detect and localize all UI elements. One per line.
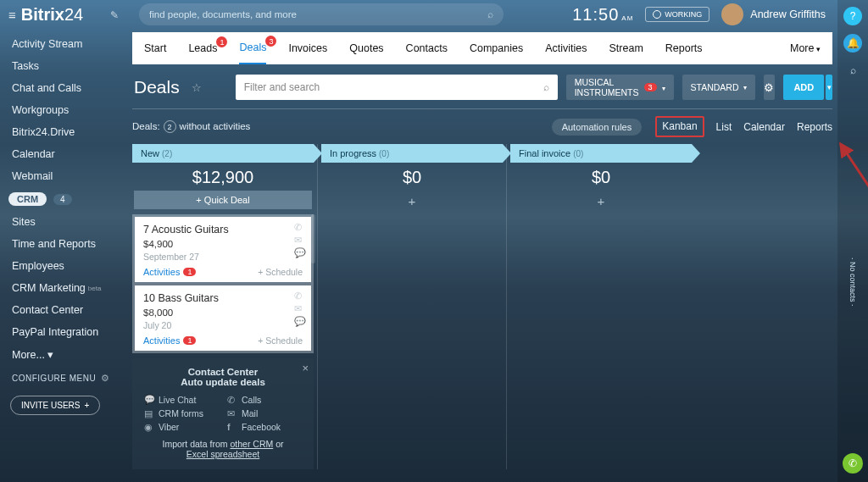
tab-more[interactable]: More [790,33,821,64]
standard-selector[interactable]: STANDARD▾ [682,75,755,100]
sidebar-item-employees[interactable]: Employees [0,255,127,277]
tab-deals[interactable]: Deals3 [239,32,266,64]
tab-leads[interactable]: Leads1 [188,33,217,64]
view-tabs: KanbanListCalendarReports [655,116,832,137]
kanban-column-new: New(2)$12,900+ Quick Deal✆✉💬7 Acoustic G… [132,144,314,469]
search-icon: ⌕ [487,8,493,20]
column-separator [506,144,507,469]
sidebar-item-time-and-reports[interactable]: Time and Reports [0,233,127,255]
user-menu[interactable]: Andrew Griffiths [721,3,826,25]
automation-rules-button[interactable]: Automation rules [552,119,643,136]
promo-crmforms[interactable]: ▤CRM forms [144,408,219,418]
configure-menu[interactable]: CONFIGURE MENU⚙ [0,366,127,391]
card-amount: $4,900 [143,239,303,249]
sidebar-item-crm[interactable]: CRM4 [0,187,127,211]
working-status-button[interactable]: WORKING [645,7,709,22]
mail-icon[interactable]: ✉ [294,303,306,314]
tab-activities[interactable]: Activities [545,33,587,64]
promo-subtitle: Auto update deals [139,377,307,387]
sidebar-item-chat-and-calls[interactable]: Chat and Calls [0,77,127,99]
promo-facebook[interactable]: fFacebook [227,422,302,432]
filter-search[interactable]: Filter and search ⌕ [236,75,558,100]
promo-calls[interactable]: ✆Calls [227,394,302,405]
deal-card[interactable]: ✆✉💬7 Acoustic Guitars$4,900September 27A… [135,217,311,282]
call-button[interactable]: ✆ [843,453,863,474]
stage-header[interactable]: In progress(0) [321,144,503,163]
sidebar-item-calendar[interactable]: Calendar [0,143,127,165]
user-name: Andrew Griffiths [750,8,826,20]
tab-companies[interactable]: Companies [470,33,523,64]
stage-header[interactable]: New(2) [132,144,314,163]
search-icon: ⌕ [543,81,549,93]
tab-invoices[interactable]: Invoices [288,33,327,64]
stage-header[interactable]: Final invoice(0) [510,144,692,163]
kanban-column-in-progress: In progress(0)$0+ [321,144,503,212]
sidebar-item-tasks[interactable]: Tasks [0,55,127,77]
card-list: ✆✉💬7 Acoustic Guitars$4,900September 27A… [132,214,314,353]
sidebar-item-activity-stream[interactable]: Activity Stream [0,33,127,55]
sidebar-item-workgroups[interactable]: Workgroups [0,99,127,121]
sidebar-item-webmail[interactable]: Webmail [0,165,127,187]
right-rail: ? 🔔 ⌕ · No contacts · ✆ [837,0,868,482]
tab-reports[interactable]: Reports [665,33,703,64]
kanban-column-final-invoice: Final invoice(0)$0+ [510,144,692,212]
promo-livechat[interactable]: 💬Live Chat [144,394,219,405]
phone-icon[interactable]: ✆ [294,291,306,302]
sidebar-item-more-[interactable]: More... ▾ [0,343,127,366]
contact-center-promo: ×Contact CenterAuto update deals💬Live Ch… [132,358,314,469]
mail-icon[interactable]: ✉ [294,235,306,246]
sidebar-item-bitrix24-drive[interactable]: Bitrix24.Drive [0,121,127,143]
promo-mail[interactable]: ✉Mail [227,408,302,418]
view-list[interactable]: List [716,121,732,133]
chat-icon[interactable]: 💬 [294,316,306,327]
page-title: Deals [132,77,180,97]
star-icon[interactable]: ☆ [192,81,202,94]
tab-quotes[interactable]: Quotes [349,33,383,64]
add-button[interactable]: ADD [783,75,824,100]
deal-card[interactable]: ✆✉💬10 Bass Guitars$8,000July 20Activitie… [135,285,311,351]
sidebar-item-paypal-integration[interactable]: PayPal Integration [0,321,127,343]
card-activities[interactable]: Activities 1 [143,335,196,346]
hamburger-icon[interactable]: ≡ [8,8,16,22]
gear-icon: ⚙ [764,81,774,94]
invite-users-button[interactable]: INVITE USERS+ [10,396,100,415]
sidebar-item-crm-marketing[interactable]: CRM Marketingbeta [0,277,127,299]
help-icon[interactable]: ? [843,7,862,25]
settings-button[interactable]: ⚙ [764,75,776,100]
view-reports[interactable]: Reports [797,121,832,133]
card-title: 7 Acoustic Guitars [143,224,303,235]
tab-start[interactable]: Start [144,33,166,64]
column-sum: $0 [321,163,503,191]
scrollbar-thumb[interactable] [311,214,315,263]
avatar [721,3,743,25]
view-calendar[interactable]: Calendar [743,121,785,133]
card-schedule[interactable]: + Schedule [258,335,303,346]
crm-tabbar: StartLeads1Deals3InvoicesQuotesContactsC… [132,32,832,64]
notifications-icon[interactable]: 🔔 [843,34,862,53]
card-schedule[interactable]: + Schedule [258,267,303,277]
sidebar-nav: Activity StreamTasksChat and CallsWorkgr… [0,28,127,366]
pencil-icon[interactable]: ✎ [110,9,119,21]
card-activities[interactable]: Activities 1 [143,267,196,277]
global-search[interactable]: find people, documents, and more ⌕ [139,3,504,25]
clock: 11:50AM [572,5,633,25]
sidebar-item-sites[interactable]: Sites [0,211,127,233]
tab-contacts[interactable]: Contacts [406,33,448,64]
column-sum: $0 [510,163,692,191]
add-split-button[interactable]: ▾ [826,75,832,100]
plus-icon: + [84,401,89,410]
chat-icon[interactable]: 💬 [294,247,306,258]
add-card-button[interactable]: + [321,191,503,212]
left-sidebar: ≡ Bitrix24 ✎ Activity StreamTasksChat an… [0,0,127,482]
add-card-button[interactable]: + [510,191,692,212]
phone-icon[interactable]: ✆ [294,222,306,233]
sidebar-item-contact-center[interactable]: Contact Center [0,299,127,321]
view-kanban[interactable]: Kanban [655,116,704,137]
close-icon[interactable]: × [302,362,309,374]
pipeline-selector[interactable]: MUSICAL INSTRUMENTS3 [566,75,674,100]
promo-viber[interactable]: ◉Viber [144,422,219,432]
quick-deal-button[interactable]: + Quick Deal [134,191,312,209]
rail-search-icon[interactable]: ⌕ [843,61,862,80]
tab-stream[interactable]: Stream [609,33,643,64]
column-separator [317,144,318,469]
